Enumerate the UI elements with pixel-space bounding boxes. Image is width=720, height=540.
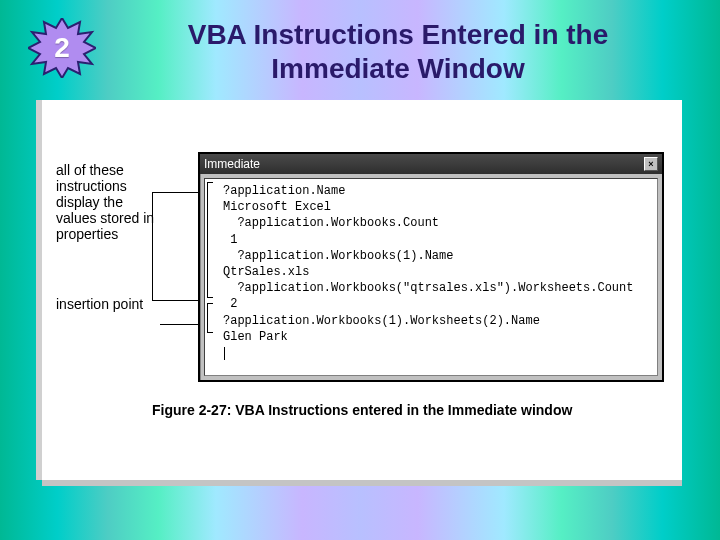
immediate-titlebar: Immediate × [200,154,662,174]
code-line: ?application.Workbooks(1).Worksheets(2).… [223,313,651,329]
slide-number-badge: 2 [28,18,96,78]
code-line: 2 [223,296,651,312]
code-line: ?application.Workbooks("qtrsales.xls").W… [223,280,651,296]
close-icon[interactable]: × [644,157,658,171]
annotation-line [152,192,198,193]
code-line: Microsoft Excel [223,199,651,215]
annotation-bracket [152,192,153,300]
immediate-window: Immediate × ?application.Name Microsoft … [198,152,664,382]
annotation-insertion-point: insertion point [56,296,166,312]
slide-number: 2 [54,32,70,64]
code-bracket-icon [207,303,213,333]
code-line: 1 [223,232,651,248]
code-line: ?application.Workbooks.Count [223,215,651,231]
figure-panel: all of these instructions display the va… [42,100,682,480]
annotation-properties: all of these instructions display the va… [56,162,166,242]
code-line: QtrSales.xls [223,264,651,280]
code-line: ?application.Name [223,183,651,199]
code-line: ?application.Workbooks(1).Name [223,248,651,264]
code-bracket-icon [207,182,213,298]
text-cursor-icon [224,347,225,360]
immediate-title: Immediate [204,157,260,171]
code-line: Glen Park [223,329,651,345]
slide-title: VBA Instructions Entered in the Immediat… [128,18,668,85]
annotation-line [160,324,198,325]
cursor-line [223,345,651,361]
immediate-body[interactable]: ?application.Name Microsoft Excel ?appli… [204,178,658,376]
figure-caption: Figure 2-27: VBA Instructions entered in… [152,402,572,418]
